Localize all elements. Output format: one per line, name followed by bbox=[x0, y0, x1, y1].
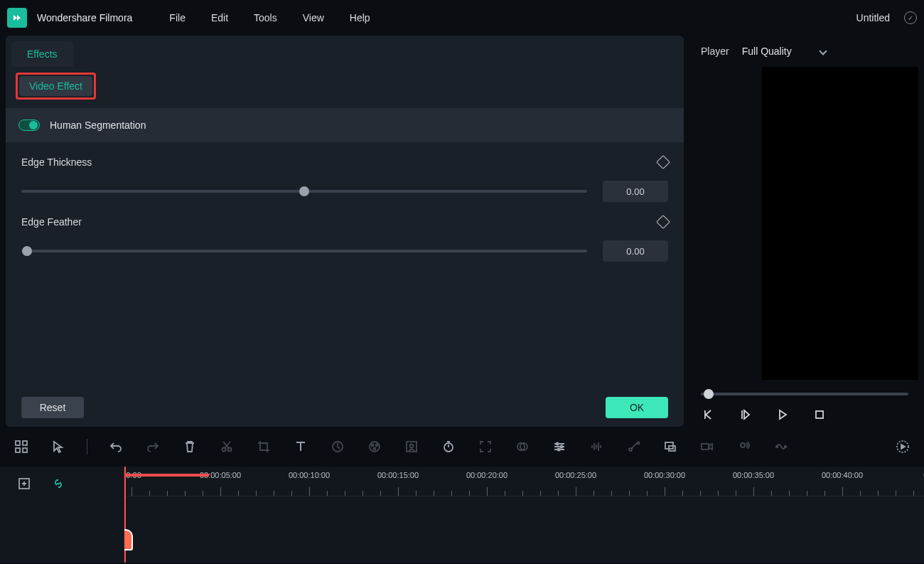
record-icon[interactable] bbox=[699, 438, 716, 455]
ruler-label: 00:00:35:00 bbox=[733, 471, 774, 479]
ruler-label: 00:00:10:00 bbox=[289, 471, 330, 479]
ruler-label: 00:00:40:00 bbox=[822, 471, 863, 479]
svg-rect-2 bbox=[23, 441, 27, 445]
menubar: Wondershare Filmora File Edit Tools View… bbox=[0, 0, 924, 36]
app-title: Wondershare Filmora bbox=[37, 12, 132, 23]
sync-status-icon[interactable]: ✓ bbox=[904, 11, 917, 24]
redo-icon[interactable] bbox=[144, 438, 161, 455]
human-segmentation-row: Human Segmentation bbox=[6, 108, 684, 142]
undo-icon[interactable] bbox=[107, 438, 124, 455]
cursor-icon[interactable] bbox=[50, 438, 67, 455]
timeline-tracks[interactable]: 00:0000:00:05:0000:00:10:0000:00:15:0000… bbox=[124, 467, 924, 563]
menu-view[interactable]: View bbox=[293, 9, 334, 26]
svg-point-11 bbox=[374, 448, 376, 450]
human-segmentation-label: Human Segmentation bbox=[50, 119, 146, 131]
menu-help[interactable]: Help bbox=[340, 9, 380, 26]
timeline: 00:0000:00:05:0000:00:10:0000:00:15:0000… bbox=[0, 467, 924, 563]
mask-icon[interactable] bbox=[514, 438, 531, 455]
divider bbox=[87, 439, 87, 454]
menu-tools[interactable]: Tools bbox=[244, 9, 287, 26]
video-effect-highlight: Video Effect bbox=[16, 73, 96, 100]
quality-select[interactable]: Full Quality bbox=[742, 46, 826, 57]
svg-point-18 bbox=[560, 445, 562, 447]
timeline-ruler[interactable]: 00:0000:00:05:0000:00:10:0000:00:15:0000… bbox=[124, 467, 924, 496]
menu-edit[interactable]: Edit bbox=[201, 9, 238, 26]
svg-point-19 bbox=[557, 448, 559, 450]
cut-icon[interactable] bbox=[218, 438, 235, 455]
reset-button[interactable]: Reset bbox=[21, 397, 84, 418]
keyframe-icon[interactable] bbox=[656, 155, 670, 169]
video-effect-chip[interactable]: Video Effect bbox=[19, 76, 92, 96]
svg-rect-12 bbox=[407, 442, 417, 452]
svg-rect-24 bbox=[702, 444, 709, 449]
clip-handle[interactable] bbox=[124, 529, 133, 550]
edge-feather-block: Edge Feather 0.00 bbox=[6, 202, 684, 262]
speed-icon[interactable] bbox=[329, 438, 346, 455]
delete-icon[interactable] bbox=[181, 438, 198, 455]
keyframe-icon[interactable] bbox=[656, 215, 670, 229]
link-icon[interactable] bbox=[50, 475, 67, 492]
crop-zoom-icon[interactable] bbox=[477, 438, 494, 455]
scrub-bar[interactable] bbox=[701, 393, 908, 395]
prev-frame-icon[interactable] bbox=[701, 407, 716, 422]
add-track-icon[interactable] bbox=[16, 475, 33, 492]
tab-effects[interactable]: Effects bbox=[11, 41, 73, 67]
human-segmentation-toggle[interactable] bbox=[18, 119, 40, 131]
stop-icon[interactable] bbox=[812, 407, 827, 422]
ok-button[interactable]: OK bbox=[606, 397, 668, 418]
ruler-label: 00:00:20:00 bbox=[466, 471, 507, 479]
edge-thickness-block: Edge Thickness 0.00 bbox=[6, 142, 684, 202]
crop-icon[interactable] bbox=[255, 438, 272, 455]
edge-feather-value[interactable]: 0.00 bbox=[603, 240, 668, 262]
play-next-icon[interactable] bbox=[738, 407, 753, 422]
svg-rect-3 bbox=[16, 448, 20, 452]
timeline-toolbar bbox=[0, 427, 924, 467]
chevron-down-icon bbox=[819, 47, 827, 55]
preview-canvas[interactable] bbox=[762, 67, 918, 380]
edge-thickness-label: Edge Thickness bbox=[21, 156, 92, 168]
adjust-icon[interactable] bbox=[551, 438, 568, 455]
ruler-label: 00:00:15:00 bbox=[377, 471, 419, 479]
svg-point-10 bbox=[376, 445, 378, 447]
quality-value: Full Quality bbox=[742, 46, 792, 57]
subtitle-icon[interactable] bbox=[662, 438, 679, 455]
render-icon[interactable] bbox=[894, 438, 911, 455]
svg-rect-0 bbox=[816, 411, 823, 418]
play-icon[interactable] bbox=[775, 407, 790, 422]
keyframe-tool-icon[interactable] bbox=[625, 438, 642, 455]
text-icon[interactable] bbox=[292, 438, 309, 455]
color-icon[interactable] bbox=[366, 438, 383, 455]
ruler-label: 00:00:25:00 bbox=[555, 471, 596, 479]
svg-point-17 bbox=[556, 442, 558, 445]
edge-thickness-value[interactable]: 0.00 bbox=[603, 181, 668, 202]
svg-rect-4 bbox=[23, 448, 27, 452]
audio-eq-icon[interactable] bbox=[588, 438, 605, 455]
svg-rect-1 bbox=[16, 441, 20, 445]
player-label: Player bbox=[701, 46, 729, 57]
edge-feather-label: Edge Feather bbox=[21, 216, 82, 228]
svg-point-25 bbox=[741, 443, 745, 447]
edge-feather-slider[interactable] bbox=[21, 250, 587, 252]
svg-point-13 bbox=[410, 445, 414, 448]
layout-icon[interactable] bbox=[13, 438, 30, 455]
menu-file[interactable]: File bbox=[159, 9, 195, 26]
app-logo bbox=[7, 8, 27, 28]
audio-mix-icon[interactable] bbox=[773, 438, 790, 455]
greenscreen-icon[interactable] bbox=[403, 438, 420, 455]
timer-icon[interactable] bbox=[440, 438, 457, 455]
project-title: Untitled bbox=[856, 12, 890, 23]
svg-point-9 bbox=[372, 445, 374, 447]
ruler-label: 00:00:30:00 bbox=[644, 471, 685, 479]
effects-panel: Effects Video Effect Human Segmentation … bbox=[6, 36, 684, 427]
voiceover-icon[interactable] bbox=[736, 438, 753, 455]
edge-thickness-slider[interactable] bbox=[21, 190, 587, 193]
player-panel: Player Full Quality bbox=[691, 36, 918, 427]
